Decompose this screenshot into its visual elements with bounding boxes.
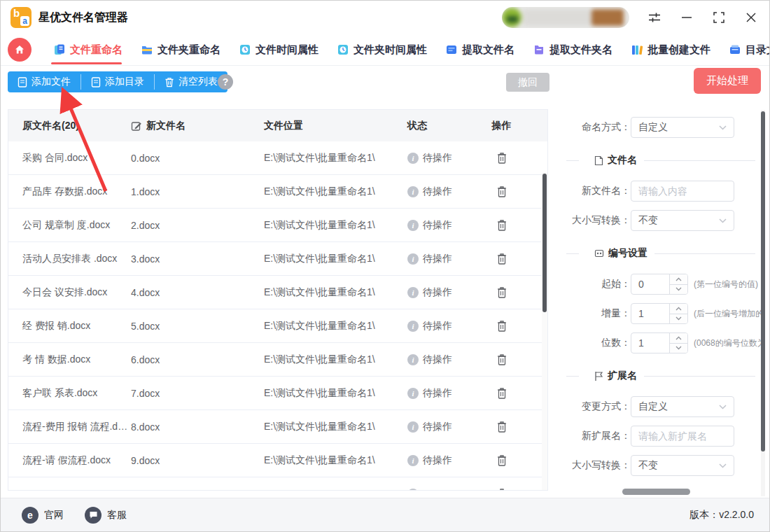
delete-row-icon[interactable] [496,387,507,400]
filename-case-row: 大小写转换： 不变 [561,210,761,231]
delete-row-icon[interactable] [496,253,507,265]
table-row: 客户联 系表.docx 7.docx E:\测试文件\批量重命名1\ i待操作 [8,377,547,410]
user-account[interactable] [502,7,629,28]
official-website-link[interactable]: e 官网 [22,507,64,524]
tab-extract-foldername[interactable]: 提取文件夹名 [524,34,622,65]
tab-bar: 文件重命名 文件夹重命名 文件时间属性 文件夹时间属性 提取文件名 提取文件夹名 [1,34,769,66]
edit-icon [131,120,142,132]
new-filename-input[interactable] [631,181,734,202]
table-scrollbar-thumb[interactable] [542,174,547,312]
new-extension-input[interactable] [631,426,734,447]
table-row: 活动人员安排表 .docx 3.docx E:\测试文件\批量重命名1\ i待操… [8,242,547,276]
step-up-icon[interactable] [670,274,687,285]
tab-folder-time[interactable]: 文件夹时间属性 [328,34,436,65]
chevron-down-icon [719,405,727,410]
digits-stepper[interactable]: 1 [631,332,688,354]
minimize-button[interactable] [680,10,694,24]
delete-row-icon[interactable] [496,454,507,467]
undo-button[interactable]: 撤回 [506,73,550,92]
step-down-icon[interactable] [670,285,687,295]
naming-mode-select[interactable]: 自定义 [631,117,734,138]
tab-file-time[interactable]: 文件时间属性 [230,34,328,65]
tab-merge-extract[interactable]: 目录文件合并/提取 [720,34,770,65]
version-label: 版本：v2.2.0.0 [690,509,754,522]
clear-list-button[interactable]: 清空列表 [155,71,227,92]
batch-create-icon [631,43,643,56]
table-row: 流程-费用 报销 流程.do... 8.docx E:\测试文件\批量重命名1\… [8,410,547,444]
settings-sliders-icon[interactable] [648,10,662,24]
table-row: 经 费报 销.docx 5.docx E:\测试文件\批量重命名1\ i待操作 [8,309,547,343]
new-extension-row: 新扩展名： [561,426,761,447]
panel-scrollbar[interactable] [761,110,765,496]
close-button[interactable] [744,10,758,24]
footer: e 官网 客服 版本：v2.2.0.0 [1,498,769,531]
add-file-button[interactable]: 添加文件 [8,71,80,92]
delete-row-icon[interactable] [496,488,507,491]
info-icon: i [407,388,419,399]
trash-icon [164,77,174,88]
delete-row-icon[interactable] [496,421,507,433]
customer-support-link[interactable]: 客服 [85,507,127,524]
help-button[interactable]: ? [218,74,233,90]
table-row: 考 情 数据.docx 6.docx E:\测试文件\批量重命名1\ i待操作 [8,343,547,377]
step-down-icon[interactable] [670,314,687,324]
new-filename-row: 新文件名： [561,181,761,202]
home-button[interactable] [8,38,31,62]
extension-case-select[interactable]: 不变 [631,455,734,476]
increment-row: 增量： 1 (后一位编号增加的值) [561,303,761,324]
naming-mode-row: 命名方式： 自定义 [561,117,761,138]
folder-time-icon [337,43,349,56]
step-up-icon[interactable] [670,304,687,314]
delete-row-icon[interactable] [496,219,507,232]
start-number-stepper[interactable]: 0 [631,274,688,295]
extract-foldername-icon [533,43,545,56]
toolbar: 添加文件 添加目录 清空列表 ? 撤回 开始处理 [1,65,769,99]
tab-extract-filename[interactable]: 提取文件名 [436,34,524,65]
info-icon: i [407,421,419,433]
chevron-down-icon [719,463,727,468]
table-body: 采购 合同.docx 0.docx E:\测试文件\批量重命名1\ i待操作 产… [8,141,547,490]
home-icon [14,44,25,55]
step-up-icon[interactable] [670,333,687,344]
delete-row-icon[interactable] [496,152,507,164]
start-process-button[interactable]: 开始处理 [694,68,761,94]
document-icon [594,155,603,166]
title-bar: b a 星优文件名管理器 [1,1,769,34]
info-icon: i [407,455,419,466]
start-number-hint: (第一位编号的值) [694,279,758,290]
tab-folder-rename[interactable]: 文件夹重命名 [132,34,230,65]
increment-hint: (后一位编号增加的值) [694,308,761,320]
info-icon: i [407,220,419,231]
chevron-down-icon [719,218,727,223]
table-scrollbar[interactable] [542,173,547,490]
info-icon: i [407,321,419,332]
merge-extract-icon [729,43,741,56]
increment-stepper[interactable]: 1 [631,303,688,324]
step-down-icon[interactable] [670,344,687,354]
header-action: 操作 [474,120,547,132]
app-title: 星优文件名管理器 [38,10,128,25]
tab-file-rename[interactable]: 文件重命名 [44,34,132,65]
change-mode-row: 变更方式： 自定义 [561,396,761,417]
maximize-button[interactable] [712,10,726,24]
change-mode-select[interactable]: 自定义 [631,396,734,417]
tabs: 文件重命名 文件夹重命名 文件时间属性 文件夹时间属性 提取文件名 提取文件夹名 [44,34,770,65]
settings-panel: 命名方式： 自定义 文件名 新文件名： 大小写转换： 不变 [561,109,761,498]
tab-batch-create[interactable]: 批量创建文件 [622,34,720,65]
panel-scrollbar-thumb[interactable] [761,111,765,451]
delete-row-icon[interactable] [496,320,507,332]
delete-row-icon[interactable] [496,186,507,198]
table-row-partial: i [8,477,547,490]
add-directory-button[interactable]: 添加目录 [81,71,154,92]
numbering-section-divider: 编号设置 [561,246,761,260]
numbering-icon [594,248,604,258]
file-icon [18,77,27,88]
table-header: 原文件名(20) 新文件名 文件位置 状态 操作 [8,110,547,141]
panel-horizontal-scrollbar[interactable] [622,489,690,495]
filename-case-select[interactable]: 不变 [631,210,734,231]
header-new: 新文件名 [131,120,264,132]
digits-row: 位数： 1 (0068的编号位数为4) [561,332,761,354]
delete-row-icon[interactable] [496,286,507,299]
delete-row-icon[interactable] [496,354,507,366]
extension-case-row: 大小写转换： 不变 [561,455,761,476]
